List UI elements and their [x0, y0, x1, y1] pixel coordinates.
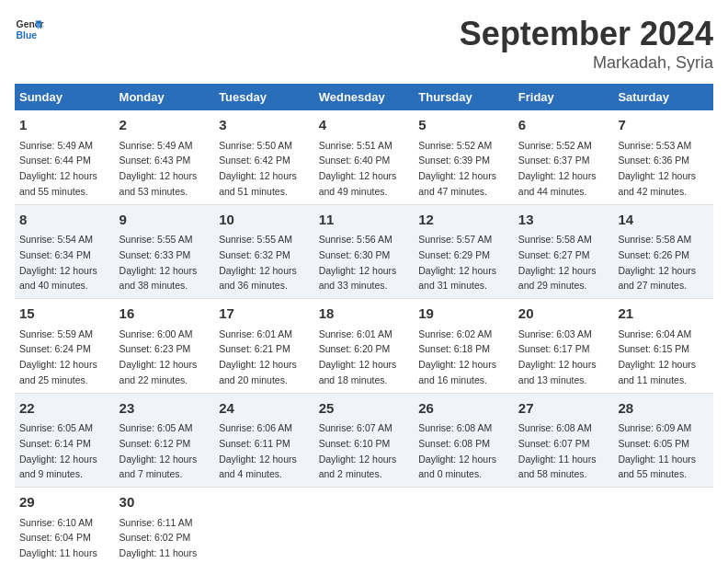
day-cell: 26Sunrise: 6:08 AM Sunset: 6:08 PM Dayli… — [414, 393, 514, 488]
day-info: Sunrise: 5:58 AM Sunset: 6:26 PM Dayligh… — [618, 234, 696, 291]
calendar-table: SundayMondayTuesdayWednesdayThursdayFrid… — [15, 84, 713, 563]
day-number: 16 — [119, 304, 210, 325]
day-number: 12 — [418, 210, 509, 231]
week-row-2: 8Sunrise: 5:54 AM Sunset: 6:34 PM Daylig… — [15, 204, 713, 299]
day-cell: 25Sunrise: 6:07 AM Sunset: 6:10 PM Dayli… — [314, 393, 415, 488]
day-info: Sunrise: 5:55 AM Sunset: 6:33 PM Dayligh… — [119, 234, 198, 291]
day-number: 13 — [518, 210, 609, 231]
day-number: 26 — [418, 398, 509, 419]
day-cell: 11Sunrise: 5:56 AM Sunset: 6:30 PM Dayli… — [314, 204, 415, 299]
day-info: Sunrise: 5:59 AM Sunset: 6:24 PM Dayligh… — [19, 328, 97, 385]
day-cell: 4Sunrise: 5:51 AM Sunset: 6:40 PM Daylig… — [314, 110, 415, 204]
week-row-4: 22Sunrise: 6:05 AM Sunset: 6:14 PM Dayli… — [15, 393, 713, 488]
day-number: 25 — [319, 398, 410, 419]
day-number: 20 — [518, 304, 609, 325]
week-row-1: 1Sunrise: 5:49 AM Sunset: 6:44 PM Daylig… — [15, 110, 713, 204]
day-info: Sunrise: 5:52 AM Sunset: 6:37 PM Dayligh… — [518, 140, 597, 197]
day-info: Sunrise: 6:04 AM Sunset: 6:15 PM Dayligh… — [618, 328, 696, 385]
day-info: Sunrise: 6:10 AM Sunset: 6:04 PM Dayligh… — [19, 517, 97, 564]
day-info: Sunrise: 6:03 AM Sunset: 6:17 PM Dayligh… — [518, 328, 597, 385]
day-number: 28 — [618, 398, 709, 419]
day-info: Sunrise: 6:08 AM Sunset: 6:08 PM Dayligh… — [418, 422, 496, 479]
day-cell: 5Sunrise: 5:52 AM Sunset: 6:39 PM Daylig… — [414, 110, 514, 204]
day-cell — [214, 488, 314, 564]
day-cell: 14Sunrise: 5:58 AM Sunset: 6:26 PM Dayli… — [613, 204, 713, 299]
day-number: 27 — [518, 398, 609, 419]
svg-text:Blue: Blue — [17, 30, 38, 40]
day-number: 11 — [319, 210, 410, 231]
week-row-5: 29Sunrise: 6:10 AM Sunset: 6:04 PM Dayli… — [15, 488, 713, 564]
day-cell: 7Sunrise: 5:53 AM Sunset: 6:36 PM Daylig… — [613, 110, 713, 204]
day-info: Sunrise: 5:54 AM Sunset: 6:34 PM Dayligh… — [19, 234, 97, 291]
day-cell: 19Sunrise: 6:02 AM Sunset: 6:18 PM Dayli… — [414, 299, 514, 394]
title-section: September 2024 Markadah, Syria — [460, 15, 713, 73]
col-header-thursday: Thursday — [414, 84, 514, 110]
day-number: 18 — [319, 304, 410, 325]
day-number: 30 — [119, 492, 210, 513]
col-header-monday: Monday — [115, 84, 215, 110]
day-info: Sunrise: 6:02 AM Sunset: 6:18 PM Dayligh… — [418, 328, 496, 385]
day-cell: 21Sunrise: 6:04 AM Sunset: 6:15 PM Dayli… — [613, 299, 713, 394]
day-number: 15 — [19, 304, 110, 325]
month-title: September 2024 — [460, 15, 713, 53]
day-cell: 29Sunrise: 6:10 AM Sunset: 6:04 PM Dayli… — [15, 488, 115, 564]
day-number: 19 — [418, 304, 509, 325]
col-header-friday: Friday — [514, 84, 614, 110]
day-number: 14 — [618, 210, 709, 231]
day-number: 3 — [219, 115, 310, 136]
col-header-sunday: Sunday — [15, 84, 115, 110]
day-cell: 16Sunrise: 6:00 AM Sunset: 6:23 PM Dayli… — [115, 299, 215, 394]
day-cell: 22Sunrise: 6:05 AM Sunset: 6:14 PM Dayli… — [15, 393, 115, 488]
day-info: Sunrise: 5:58 AM Sunset: 6:27 PM Dayligh… — [518, 234, 597, 291]
day-cell: 13Sunrise: 5:58 AM Sunset: 6:27 PM Dayli… — [514, 204, 614, 299]
day-info: Sunrise: 6:01 AM Sunset: 6:20 PM Dayligh… — [319, 328, 397, 385]
col-header-wednesday: Wednesday — [314, 84, 415, 110]
day-info: Sunrise: 5:49 AM Sunset: 6:43 PM Dayligh… — [119, 140, 198, 197]
calendar-header: SundayMondayTuesdayWednesdayThursdayFrid… — [15, 84, 713, 110]
day-cell: 27Sunrise: 6:08 AM Sunset: 6:07 PM Dayli… — [514, 393, 614, 488]
day-cell: 9Sunrise: 5:55 AM Sunset: 6:33 PM Daylig… — [115, 204, 215, 299]
day-info: Sunrise: 5:57 AM Sunset: 6:29 PM Dayligh… — [418, 234, 496, 291]
day-cell: 20Sunrise: 6:03 AM Sunset: 6:17 PM Dayli… — [514, 299, 614, 394]
header: General Blue September 2024 Markadah, Sy… — [15, 15, 713, 73]
day-info: Sunrise: 6:11 AM Sunset: 6:02 PM Dayligh… — [119, 517, 198, 564]
day-info: Sunrise: 6:08 AM Sunset: 6:07 PM Dayligh… — [518, 422, 597, 479]
logo-icon: General Blue — [15, 15, 44, 44]
day-cell: 17Sunrise: 6:01 AM Sunset: 6:21 PM Dayli… — [214, 299, 314, 394]
day-info: Sunrise: 6:09 AM Sunset: 6:05 PM Dayligh… — [618, 422, 696, 479]
day-number: 24 — [219, 398, 310, 419]
day-number: 1 — [19, 115, 110, 136]
header-row: SundayMondayTuesdayWednesdayThursdayFrid… — [15, 84, 713, 110]
day-cell: 3Sunrise: 5:50 AM Sunset: 6:42 PM Daylig… — [214, 110, 314, 204]
week-row-3: 15Sunrise: 5:59 AM Sunset: 6:24 PM Dayli… — [15, 299, 713, 394]
day-cell: 6Sunrise: 5:52 AM Sunset: 6:37 PM Daylig… — [514, 110, 614, 204]
day-cell: 10Sunrise: 5:55 AM Sunset: 6:32 PM Dayli… — [214, 204, 314, 299]
day-cell: 2Sunrise: 5:49 AM Sunset: 6:43 PM Daylig… — [115, 110, 215, 204]
day-info: Sunrise: 6:06 AM Sunset: 6:11 PM Dayligh… — [219, 422, 297, 479]
day-info: Sunrise: 6:01 AM Sunset: 6:21 PM Dayligh… — [219, 328, 297, 385]
day-info: Sunrise: 5:55 AM Sunset: 6:32 PM Dayligh… — [219, 234, 297, 291]
day-cell: 24Sunrise: 6:06 AM Sunset: 6:11 PM Dayli… — [214, 393, 314, 488]
day-info: Sunrise: 6:05 AM Sunset: 6:12 PM Dayligh… — [119, 422, 198, 479]
day-number: 10 — [219, 210, 310, 231]
day-number: 4 — [319, 115, 410, 136]
day-info: Sunrise: 5:49 AM Sunset: 6:44 PM Dayligh… — [19, 140, 97, 197]
col-header-tuesday: Tuesday — [214, 84, 314, 110]
day-cell: 12Sunrise: 5:57 AM Sunset: 6:29 PM Dayli… — [414, 204, 514, 299]
day-cell: 15Sunrise: 5:59 AM Sunset: 6:24 PM Dayli… — [15, 299, 115, 394]
day-info: Sunrise: 5:52 AM Sunset: 6:39 PM Dayligh… — [418, 140, 496, 197]
calendar-body: 1Sunrise: 5:49 AM Sunset: 6:44 PM Daylig… — [15, 110, 713, 563]
day-number: 2 — [119, 115, 210, 136]
day-cell: 30Sunrise: 6:11 AM Sunset: 6:02 PM Dayli… — [115, 488, 215, 564]
day-cell: 23Sunrise: 6:05 AM Sunset: 6:12 PM Dayli… — [115, 393, 215, 488]
day-info: Sunrise: 5:56 AM Sunset: 6:30 PM Dayligh… — [319, 234, 397, 291]
day-number: 22 — [19, 398, 110, 419]
day-number: 29 — [19, 492, 110, 513]
day-number: 6 — [518, 115, 609, 136]
logo: General Blue — [15, 15, 44, 44]
day-info: Sunrise: 6:05 AM Sunset: 6:14 PM Dayligh… — [19, 422, 97, 479]
location-title: Markadah, Syria — [460, 53, 713, 73]
day-cell — [414, 488, 514, 564]
day-number: 7 — [618, 115, 709, 136]
day-info: Sunrise: 5:53 AM Sunset: 6:36 PM Dayligh… — [618, 140, 696, 197]
